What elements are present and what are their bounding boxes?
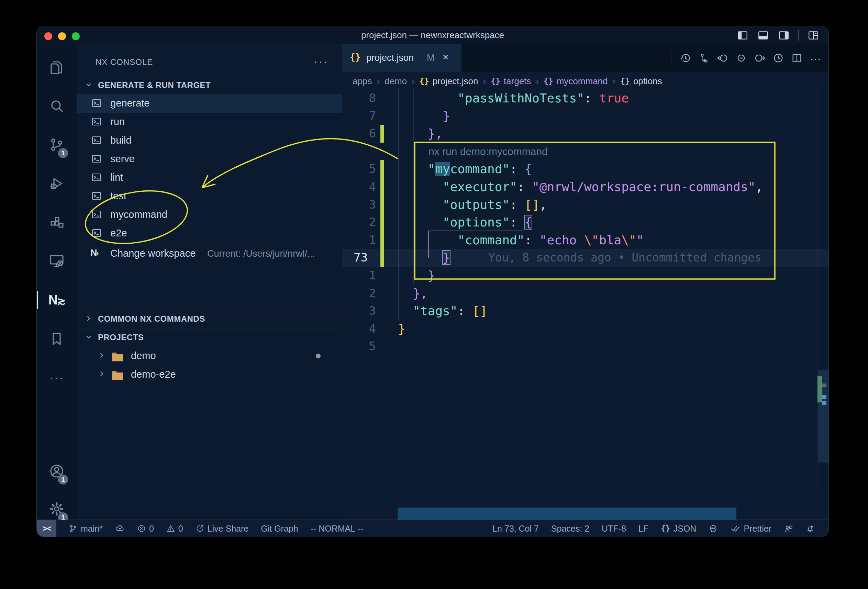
target-item-e2e[interactable]: e2e bbox=[77, 224, 342, 243]
symbol-icon: {} bbox=[419, 77, 429, 86]
sidebar-more-actions-icon[interactable]: ··· bbox=[314, 55, 329, 68]
git-branch-icon bbox=[69, 524, 78, 533]
status-indentation[interactable]: Spaces: 2 bbox=[551, 524, 589, 534]
terminal-icon bbox=[90, 190, 103, 201]
section-generate-run-target[interactable]: GENERATE & RUN TARGET bbox=[77, 78, 342, 93]
title-bar: project.json — newnxreactwrkspace bbox=[37, 26, 828, 44]
sidebar-panel-title: NX CONSOLE bbox=[96, 58, 153, 67]
search-icon bbox=[49, 97, 65, 114]
status-git-branch[interactable]: main* bbox=[69, 524, 103, 534]
activity-item-explorer[interactable] bbox=[37, 49, 77, 85]
status-warnings[interactable]: 0 bbox=[166, 524, 183, 534]
section-common-nx-commands[interactable]: COMMON NX COMMANDS bbox=[77, 311, 342, 327]
timeline-icon[interactable] bbox=[772, 52, 784, 64]
desktop-background: project.json — newnxreactwrkspace 1N≳···… bbox=[0, 0, 868, 589]
tab-project-json[interactable]: {} project.json M × bbox=[342, 44, 462, 72]
activity-item-run-debug[interactable] bbox=[37, 165, 77, 201]
status-sync-cloud[interactable] bbox=[115, 524, 125, 533]
status-feedback[interactable] bbox=[784, 524, 793, 533]
editor-actions: … bbox=[671, 44, 822, 72]
source-control-action-icon[interactable] bbox=[698, 52, 710, 64]
code-line: 1 } bbox=[342, 267, 828, 285]
overview-modified-mark bbox=[818, 376, 822, 402]
badge: 1 bbox=[58, 475, 68, 484]
status-language-mode[interactable]: {}JSON bbox=[661, 524, 696, 534]
breadcrumb-item-demo[interactable]: demo bbox=[385, 76, 407, 87]
layout-custom-icon[interactable] bbox=[807, 30, 819, 41]
remote-indicator[interactable]: >< bbox=[37, 520, 56, 537]
activity-item-more[interactable]: ··· bbox=[37, 360, 77, 396]
split-editor-icon[interactable] bbox=[791, 52, 803, 64]
next-change-icon[interactable] bbox=[754, 52, 766, 64]
open-change-icon[interactable] bbox=[735, 52, 747, 64]
chevron-right-icon bbox=[98, 370, 105, 378]
run-debug-icon bbox=[49, 175, 65, 192]
project-item-demo[interactable]: demo bbox=[77, 347, 342, 365]
target-item-test[interactable]: test bbox=[77, 187, 342, 205]
status-git-graph[interactable]: Git Graph bbox=[261, 524, 298, 534]
activity-item-search[interactable] bbox=[37, 88, 77, 124]
status-prettier[interactable]: Prettier bbox=[730, 523, 771, 534]
status-cursor-position[interactable]: Ln 73, Col 7 bbox=[492, 524, 539, 534]
project-item-demo-e2e[interactable]: demo-e2e bbox=[77, 365, 342, 384]
layout-sidebar-right-icon[interactable] bbox=[778, 30, 790, 41]
code-line: 2 }, bbox=[342, 285, 828, 303]
chevron-down-icon bbox=[85, 81, 92, 89]
horizontal-scrollbar[interactable] bbox=[397, 508, 737, 520]
section-projects[interactable]: PROJECTS bbox=[77, 329, 342, 345]
code-line: 4} bbox=[342, 320, 828, 338]
folder-icon bbox=[111, 351, 124, 362]
previous-change-icon[interactable] bbox=[717, 52, 728, 64]
target-item-build[interactable]: build bbox=[77, 131, 342, 150]
activity-item-extensions[interactable] bbox=[37, 204, 77, 240]
target-item-lint[interactable]: lint bbox=[77, 168, 342, 187]
tab-close-icon[interactable]: × bbox=[443, 51, 449, 63]
history-icon[interactable] bbox=[680, 52, 691, 64]
overview-selection-mark bbox=[822, 395, 827, 399]
code-line: 5 "mycommand": { bbox=[342, 160, 828, 178]
codelens-run-command[interactable]: nx run demo:mycommand bbox=[428, 143, 548, 161]
project-status-dot bbox=[316, 354, 320, 359]
breadcrumb-item-apps[interactable]: apps bbox=[353, 76, 372, 87]
change-workspace-item[interactable]: N›Change workspaceCurrent: /Users/juri/n… bbox=[77, 244, 342, 263]
more-actions-icon[interactable]: … bbox=[810, 54, 822, 63]
target-item-generate[interactable]: generate bbox=[77, 94, 342, 113]
bookmarks-icon bbox=[49, 331, 65, 347]
status-bar: >< main*00Live ShareGit Graph-- NORMAL -… bbox=[37, 520, 828, 537]
git-blame-annotation: You, 8 seconds ago • Uncommitted changes bbox=[488, 249, 762, 267]
errors-icon bbox=[137, 524, 146, 533]
code-editor[interactable]: 8 "passWithNoTests": true7 }6 },nx run d… bbox=[342, 89, 828, 364]
status-encoding[interactable]: UTF-8 bbox=[602, 524, 626, 534]
activity-item-accounts[interactable]: 1 bbox=[37, 453, 77, 489]
line-number: 3 bbox=[351, 196, 376, 214]
line-number: 3 bbox=[351, 302, 376, 320]
breadcrumb-item-options[interactable]: {}options bbox=[620, 76, 662, 87]
activity-item-nx-console[interactable]: N≳ bbox=[37, 282, 77, 318]
status-live-share[interactable]: Live Share bbox=[195, 524, 249, 534]
target-item-run[interactable]: run bbox=[77, 113, 342, 131]
symbol-icon: {} bbox=[543, 77, 553, 86]
target-item-mycommand[interactable]: mycommand bbox=[77, 205, 342, 224]
line-number: 4 bbox=[351, 320, 376, 338]
status-errors[interactable]: 0 bbox=[137, 524, 154, 534]
activity-item-source-control[interactable]: 1 bbox=[37, 127, 77, 162]
target-item-serve[interactable]: serve bbox=[77, 150, 342, 168]
breadcrumb-item-mycommand[interactable]: {}mycommand bbox=[543, 76, 608, 87]
overview-ruler-border bbox=[817, 90, 818, 493]
status-copilot[interactable] bbox=[709, 524, 718, 533]
activity-item-bookmarks[interactable] bbox=[37, 321, 77, 357]
layout-panel-icon[interactable] bbox=[757, 30, 769, 41]
terminal-icon bbox=[90, 172, 103, 183]
status-eol[interactable]: LF bbox=[638, 524, 648, 534]
status-notifications[interactable] bbox=[806, 524, 815, 533]
feedback-icon bbox=[784, 524, 793, 533]
activity-item-remote-explorer[interactable] bbox=[37, 243, 77, 279]
breadcrumb-item-targets[interactable]: {}targets bbox=[491, 76, 531, 87]
line-number: 6 bbox=[351, 125, 376, 143]
terminal-icon bbox=[90, 116, 103, 127]
breadcrumb-separator: › bbox=[535, 76, 539, 87]
layout-sidebar-icon[interactable] bbox=[737, 30, 749, 41]
breadcrumb-item-project.json[interactable]: {}project.json bbox=[419, 76, 478, 87]
status-vim-mode[interactable]: -- NORMAL -- bbox=[311, 524, 363, 534]
extensions-icon bbox=[49, 214, 65, 230]
